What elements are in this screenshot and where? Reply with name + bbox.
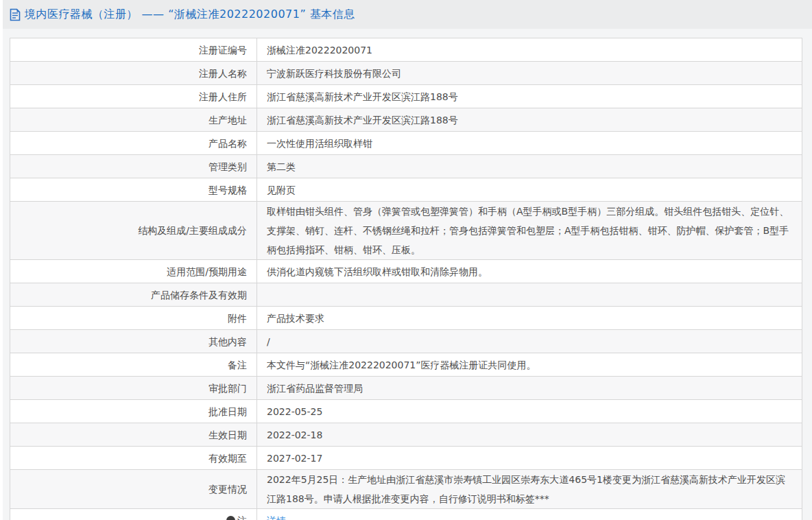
row-label: 生产地址 [10,108,257,132]
document-icon [10,8,21,21]
row-label: 管理类别 [10,155,257,178]
table-row: 产品名称 一次性使用活组织取样钳 [10,132,802,155]
registration-info-table: 注册证编号 浙械注准20222020071 注册人名称 宁波新跃医疗科技股份有限… [10,38,802,520]
page-header: 境内医疗器械（注册） —— “浙械注准20222020071” 基本信息 [3,0,812,29]
table-row: 变更情况 2022年5月25日：生产地址由浙江省慈溪市崇寿镇工业园区崇寿东大道4… [10,470,802,509]
table-row: 备注 本文件与“浙械注准20222020071”医疗器械注册证共同使用。 [10,353,802,377]
table-row: 适用范围/预期用途 供消化道内窥镜下活组织取样或钳取和清除异物用。 [10,260,802,283]
row-value: 本文件与“浙械注准20222020071”医疗器械注册证共同使用。 [257,353,802,377]
row-label: 批准日期 [10,400,257,423]
row-label: 附件 [10,307,257,330]
table-row: 有效期至 2027-02-17 [10,447,802,470]
row-label: 适用范围/预期用途 [10,260,257,283]
row-value: 浙械注准20222020071 [257,38,802,62]
page-left-edge [0,0,3,520]
row-value: 一次性使用活组织取样钳 [257,132,802,155]
row-label: 产品储存条件及有效期 [10,283,257,307]
row-value: 2027-02-17 [257,447,802,470]
row-value: 2022年5月25日：生产地址由浙江省慈溪市崇寿镇工业园区崇寿东大道465号1楼… [257,470,802,509]
row-value: 浙江省慈溪高新技术产业开发区滨江路188号 [257,85,802,108]
detail-link[interactable]: 详情 [267,515,286,520]
row-value: 取样钳由钳头组件、管身（弹簧管或包塑弹簧管）和手柄（A型手柄或B型手柄）三部分组… [257,202,802,260]
page-title: 境内医疗器械（注册） —— “浙械注准20222020071” 基本信息 [25,8,355,22]
row-label: 注册证编号 [10,38,257,62]
row-value: 详情 [257,509,802,520]
table-row: 批准日期 2022-05-25 [10,400,802,423]
row-value: 浙江省药品监督管理局 [257,377,802,400]
row-value: / [257,330,802,353]
row-label: 变更情况 [10,470,257,509]
table-row: 注 详情 [10,509,802,520]
table-row: 其他内容 / [10,330,802,353]
table-row: 注册人住所 浙江省慈溪高新技术产业开发区滨江路188号 [10,85,802,108]
row-value: 2022-02-18 [257,423,802,447]
row-value: 第二类 [257,155,802,178]
row-label: 注册人名称 [10,62,257,85]
table-row: 结构及组成/主要组成成分 取样钳由钳头组件、管身（弹簧管或包塑弹簧管）和手柄（A… [10,202,802,260]
table-row: 审批部门 浙江省药品监督管理局 [10,377,802,400]
row-value [257,283,802,307]
row-label: 有效期至 [10,447,257,470]
row-value: 浙江省慈溪高新技术产业开发区滨江路188号 [257,108,802,132]
row-value: 见附页 [257,178,802,202]
row-label: 型号规格 [10,178,257,202]
table-row: 注册证编号 浙械注准20222020071 [10,38,802,62]
row-label: 注 [10,509,257,520]
row-value: 宁波新跃医疗科技股份有限公司 [257,62,802,85]
table-row: 注册人名称 宁波新跃医疗科技股份有限公司 [10,62,802,85]
table-row: 附件 产品技术要求 [10,307,802,330]
table-row: 产品储存条件及有效期 [10,283,802,307]
row-label: 备注 [10,353,257,377]
row-value: 产品技术要求 [257,307,802,330]
row-value: 2022-05-25 [257,400,802,423]
table-row: 型号规格 见附页 [10,178,802,202]
table-row: 生效日期 2022-02-18 [10,423,802,447]
row-label: 产品名称 [10,132,257,155]
row-label: 生效日期 [10,423,257,447]
row-value: 供消化道内窥镜下活组织取样或钳取和清除异物用。 [257,260,802,283]
row-label: 注册人住所 [10,85,257,108]
row-label: 审批部门 [10,377,257,400]
row-label: 其他内容 [10,330,257,353]
table-row: 管理类别 第二类 [10,155,802,178]
note-dot-icon [226,516,235,520]
row-label: 结构及组成/主要组成成分 [10,202,257,260]
table-row: 生产地址 浙江省慈溪高新技术产业开发区滨江路188号 [10,108,802,132]
